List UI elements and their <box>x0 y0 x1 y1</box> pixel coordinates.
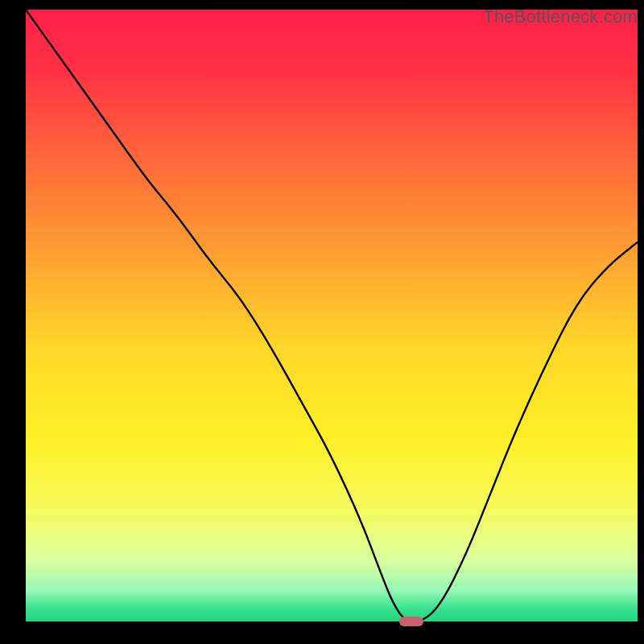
watermark-text: TheBottleneck.com <box>483 6 638 27</box>
curve-layer <box>26 10 638 621</box>
bottleneck-curve <box>26 10 638 621</box>
plot-area <box>26 10 638 621</box>
chart-stage: TheBottleneck.com <box>0 0 644 644</box>
optimum-marker <box>399 617 423 626</box>
